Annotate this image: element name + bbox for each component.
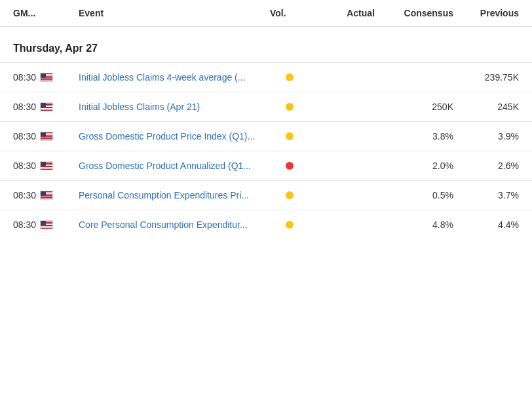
cell-vol xyxy=(270,191,309,199)
cell-event[interactable]: Personal Consumption Expenditures Pri... xyxy=(79,190,270,200)
cell-event[interactable]: Core Personal Consumption Expenditur... xyxy=(79,219,270,230)
us-flag-icon xyxy=(40,132,53,141)
us-flag-icon xyxy=(40,73,53,82)
high-vol-icon xyxy=(286,162,294,170)
cell-event[interactable]: Initial Jobless Claims (Apr 21) xyxy=(79,102,270,112)
cell-consensus: 3.8% xyxy=(375,131,453,142)
col-header-gm: GM... xyxy=(13,8,79,18)
cell-consensus: 250K xyxy=(375,102,453,112)
col-header-event: Event xyxy=(79,8,270,18)
col-header-vol: Vol. xyxy=(270,8,309,18)
medium-vol-icon xyxy=(286,191,294,199)
cell-previous: 3.7% xyxy=(453,190,519,200)
us-flag-icon xyxy=(40,161,53,170)
cell-event[interactable]: Gross Domestic Product Annualized (Q1... xyxy=(79,161,270,171)
col-header-consensus: Consensus xyxy=(375,8,453,18)
cell-previous: 4.4% xyxy=(453,219,519,230)
cell-previous: 239.75K xyxy=(453,72,519,83)
cell-consensus: 0.5% xyxy=(375,190,453,200)
sections-container: Thursday, Apr 2708:30Initial Jobless Cla… xyxy=(0,27,532,239)
col-header-actual: Actual xyxy=(309,8,375,18)
cell-previous: 2.6% xyxy=(453,161,519,171)
medium-vol-icon xyxy=(286,73,294,81)
cell-vol xyxy=(270,73,309,81)
cell-event[interactable]: Gross Domestic Product Price Index (Q1).… xyxy=(79,131,270,142)
cell-time: 08:30 xyxy=(13,72,79,83)
event-time: 08:30 xyxy=(13,131,36,142)
table-row: 08:30Personal Consumption Expenditures P… xyxy=(0,180,532,210)
table-header: GM... Event Vol. Actual Consensus Previo… xyxy=(0,0,532,27)
us-flag-icon xyxy=(40,102,53,111)
medium-vol-icon xyxy=(286,132,294,140)
cell-consensus: 2.0% xyxy=(375,161,453,171)
event-time: 08:30 xyxy=(13,72,36,83)
cell-previous: 245K xyxy=(453,102,519,112)
cell-consensus: 4.8% xyxy=(375,219,453,230)
cell-time: 08:30 xyxy=(13,219,79,230)
us-flag-icon xyxy=(40,220,53,229)
cell-vol xyxy=(270,132,309,140)
cell-time: 08:30 xyxy=(13,161,79,171)
us-flag-icon xyxy=(40,191,53,200)
cell-vol xyxy=(270,162,309,170)
event-time: 08:30 xyxy=(13,161,36,171)
table-row: 08:30Core Personal Consumption Expenditu… xyxy=(0,210,532,239)
cell-vol xyxy=(270,221,309,229)
section-date-header: Thursday, Apr 27 xyxy=(0,27,532,62)
cell-event[interactable]: Initial Jobless Claims 4-week average (.… xyxy=(79,72,270,83)
table-row: 08:30Initial Jobless Claims (Apr 21)250K… xyxy=(0,92,532,121)
table-row: 08:30Gross Domestic Product Annualized (… xyxy=(0,151,532,180)
economic-calendar-table: GM... Event Vol. Actual Consensus Previo… xyxy=(0,0,532,239)
event-time: 08:30 xyxy=(13,190,36,200)
table-row: 08:30Initial Jobless Claims 4-week avera… xyxy=(0,62,532,92)
cell-time: 08:30 xyxy=(13,131,79,142)
medium-vol-icon xyxy=(286,221,294,229)
event-time: 08:30 xyxy=(13,102,36,112)
cell-time: 08:30 xyxy=(13,102,79,112)
table-row: 08:30Gross Domestic Product Price Index … xyxy=(0,121,532,151)
event-time: 08:30 xyxy=(13,219,36,230)
col-header-previous: Previous xyxy=(453,8,519,18)
cell-vol xyxy=(270,103,309,111)
cell-previous: 3.9% xyxy=(453,131,519,142)
medium-vol-icon xyxy=(286,103,294,111)
cell-time: 08:30 xyxy=(13,190,79,200)
